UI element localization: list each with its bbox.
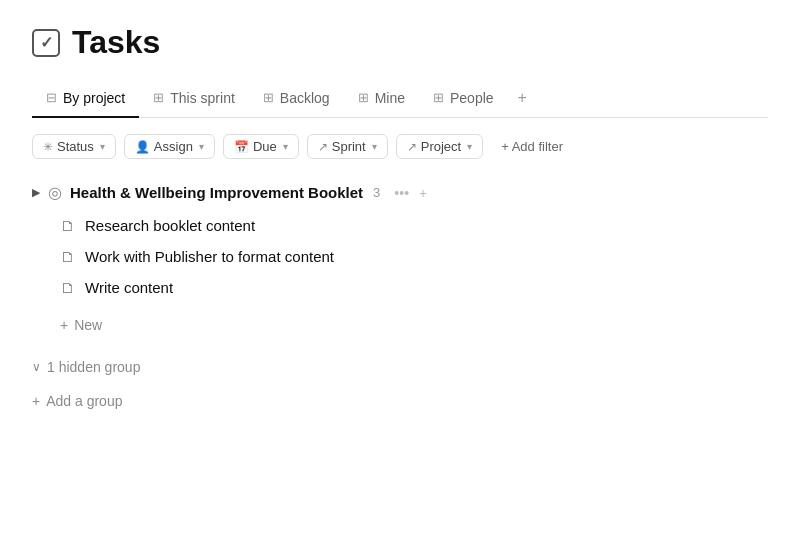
task-doc-icon: 🗋 — [60, 248, 75, 265]
project-filter-icon: ↗ — [407, 140, 417, 154]
tab-mine[interactable]: ⊞ Mine — [344, 82, 419, 118]
tab-people[interactable]: ⊞ People — [419, 82, 508, 118]
task-item[interactable]: 🗋 Work with Publisher to format content — [60, 241, 768, 272]
group-actions: ••• + — [392, 185, 429, 201]
hidden-group-label: 1 hidden group — [47, 359, 140, 375]
filter-status-button[interactable]: ✳ Status ▾ — [32, 134, 116, 159]
task-item[interactable]: 🗋 Research booklet content — [60, 210, 768, 241]
status-filter-icon: ✳ — [43, 140, 53, 154]
task-list: 🗋 Research booklet content 🗋 Work with P… — [60, 210, 768, 303]
hidden-group-row[interactable]: ∨ 1 hidden group — [32, 355, 768, 379]
assign-filter-icon: 👤 — [135, 140, 150, 154]
filter-assign-label: Assign — [154, 139, 193, 154]
tab-by-project-icon: ⊟ — [46, 90, 57, 105]
filter-status-label: Status — [57, 139, 94, 154]
filter-sprint-button[interactable]: ↗ Sprint ▾ — [307, 134, 388, 159]
status-chevron-icon: ▾ — [100, 141, 105, 152]
filter-project-button[interactable]: ↗ Project ▾ — [396, 134, 483, 159]
task-doc-icon: 🗋 — [60, 279, 75, 296]
tabs-row: ⊟ By project ⊞ This sprint ⊞ Backlog ⊞ M… — [32, 81, 768, 118]
filter-due-button[interactable]: 📅 Due ▾ — [223, 134, 299, 159]
sprint-chevron-icon: ▾ — [372, 141, 377, 152]
tab-people-icon: ⊞ — [433, 90, 444, 105]
add-tab-button[interactable]: + — [508, 81, 537, 117]
hidden-group-chevron-icon: ∨ — [32, 360, 41, 374]
group-header: ▶ ◎ Health & Wellbeing Improvement Bookl… — [32, 179, 768, 206]
project-chevron-icon: ▾ — [467, 141, 472, 152]
filter-project-label: Project — [421, 139, 461, 154]
checkbox-check-icon: ✓ — [40, 33, 53, 52]
assign-chevron-icon: ▾ — [199, 141, 204, 152]
tab-by-project-label: By project — [63, 90, 125, 106]
new-task-button[interactable]: + New — [60, 311, 102, 339]
add-group-row[interactable]: + Add a group — [32, 389, 768, 413]
task-label: Write content — [85, 279, 173, 296]
task-doc-icon: 🗋 — [60, 217, 75, 234]
filter-sprint-label: Sprint — [332, 139, 366, 154]
filter-due-label: Due — [253, 139, 277, 154]
tab-backlog-label: Backlog — [280, 90, 330, 106]
add-group-plus-icon: + — [32, 393, 40, 409]
group-add-button[interactable]: + — [417, 185, 429, 201]
group-collapse-icon[interactable]: ▶ — [32, 186, 40, 199]
task-label: Research booklet content — [85, 217, 255, 234]
add-group-label: Add a group — [46, 393, 122, 409]
tab-by-project[interactable]: ⊟ By project — [32, 82, 139, 118]
page-container: ✓ Tasks ⊟ By project ⊞ This sprint ⊞ Bac… — [0, 0, 800, 437]
group-more-button[interactable]: ••• — [392, 185, 411, 201]
due-filter-icon: 📅 — [234, 140, 249, 154]
tab-people-label: People — [450, 90, 494, 106]
tab-this-sprint-icon: ⊞ — [153, 90, 164, 105]
due-chevron-icon: ▾ — [283, 141, 288, 152]
tab-this-sprint[interactable]: ⊞ This sprint — [139, 82, 249, 118]
title-checkbox[interactable]: ✓ — [32, 29, 60, 57]
page-title: Tasks — [72, 24, 160, 61]
task-label: Work with Publisher to format content — [85, 248, 334, 265]
tab-backlog[interactable]: ⊞ Backlog — [249, 82, 344, 118]
add-filter-button[interactable]: + Add filter — [491, 135, 573, 158]
new-task-plus-icon: + — [60, 317, 68, 333]
new-task-label: New — [74, 317, 102, 333]
group-count: 3 — [373, 185, 380, 200]
filters-row: ✳ Status ▾ 👤 Assign ▾ 📅 Due ▾ ↗ Sprint ▾… — [32, 130, 768, 159]
group-title: Health & Wellbeing Improvement Booklet — [70, 184, 363, 201]
group-project-icon: ◎ — [48, 183, 62, 202]
tab-mine-label: Mine — [375, 90, 405, 106]
tab-backlog-icon: ⊞ — [263, 90, 274, 105]
filter-assign-button[interactable]: 👤 Assign ▾ — [124, 134, 215, 159]
task-item[interactable]: 🗋 Write content — [60, 272, 768, 303]
tab-this-sprint-label: This sprint — [170, 90, 235, 106]
page-title-row: ✓ Tasks — [32, 24, 768, 61]
tab-mine-icon: ⊞ — [358, 90, 369, 105]
sprint-filter-icon: ↗ — [318, 140, 328, 154]
